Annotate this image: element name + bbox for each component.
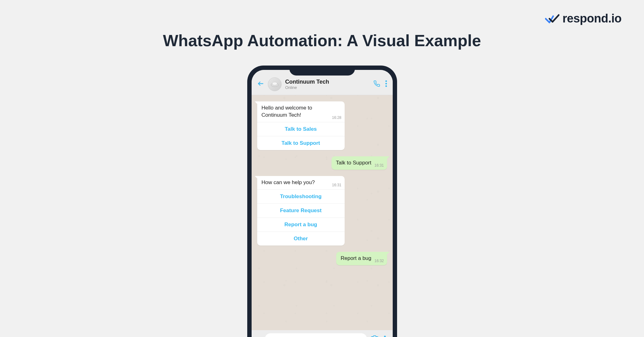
message-time: 16:31 <box>332 183 341 188</box>
back-icon[interactable] <box>257 80 264 88</box>
quick-reply-button[interactable]: Report a bug <box>257 217 345 232</box>
camera-icon[interactable] <box>371 335 378 337</box>
message-time: 16:28 <box>332 115 341 120</box>
contact-avatar[interactable] <box>268 77 282 91</box>
input-bar: + Type a message <box>252 330 393 337</box>
incoming-message: How can we help you? 16:31 Troubleshooti… <box>257 176 345 246</box>
message-time: 16:31 <box>374 163 384 168</box>
phone-notch <box>289 66 355 76</box>
page-title: WhatsApp Automation: A Visual Example <box>0 31 644 50</box>
incoming-message: Hello and welcome to Continuum Tech! 16:… <box>257 101 345 150</box>
message-text: How can we help you? 16:31 <box>257 176 345 189</box>
message-text: Talk to Support 16:31 <box>332 156 387 170</box>
brand-name: respond.io <box>563 12 622 25</box>
quick-reply-buttons: Troubleshooting Feature Request Report a… <box>257 189 345 246</box>
message-text: Hello and welcome to Continuum Tech! 16:… <box>257 101 345 122</box>
mic-icon[interactable] <box>381 335 388 337</box>
brand-logo: respond.io <box>545 12 622 25</box>
svg-point-2 <box>272 82 277 85</box>
header-actions <box>373 80 387 88</box>
respond-logo-icon <box>545 14 559 24</box>
svg-point-4 <box>385 83 387 85</box>
phone-screen: Continuum Tech Online Hello and welcome … <box>252 70 393 337</box>
chat-body: Hello and welcome to Continuum Tech! 16:… <box>252 95 393 330</box>
phone-frame: Continuum Tech Online Hello and welcome … <box>247 66 397 337</box>
message-input[interactable]: Type a message <box>265 333 367 337</box>
attach-icon[interactable]: + <box>256 335 261 337</box>
quick-reply-buttons: Talk to Sales Talk to Support <box>257 122 345 150</box>
message-text: Report a bug 16:32 <box>336 252 387 265</box>
more-icon[interactable] <box>385 80 387 88</box>
call-icon[interactable] <box>373 80 380 88</box>
quick-reply-button[interactable]: Talk to Support <box>257 136 345 150</box>
contact-info[interactable]: Continuum Tech Online <box>285 79 370 90</box>
contact-name: Continuum Tech <box>285 79 370 85</box>
outgoing-message: Report a bug 16:32 <box>336 252 387 265</box>
quick-reply-button[interactable]: Talk to Sales <box>257 122 345 136</box>
svg-point-5 <box>385 85 387 87</box>
message-time: 16:32 <box>374 258 384 263</box>
quick-reply-button[interactable]: Feature Request <box>257 203 345 217</box>
outgoing-message: Talk to Support 16:31 <box>332 156 387 170</box>
svg-point-3 <box>385 81 387 82</box>
input-actions <box>371 335 388 337</box>
contact-status: Online <box>285 85 370 90</box>
quick-reply-button[interactable]: Other <box>257 232 345 246</box>
quick-reply-button[interactable]: Troubleshooting <box>257 190 345 203</box>
